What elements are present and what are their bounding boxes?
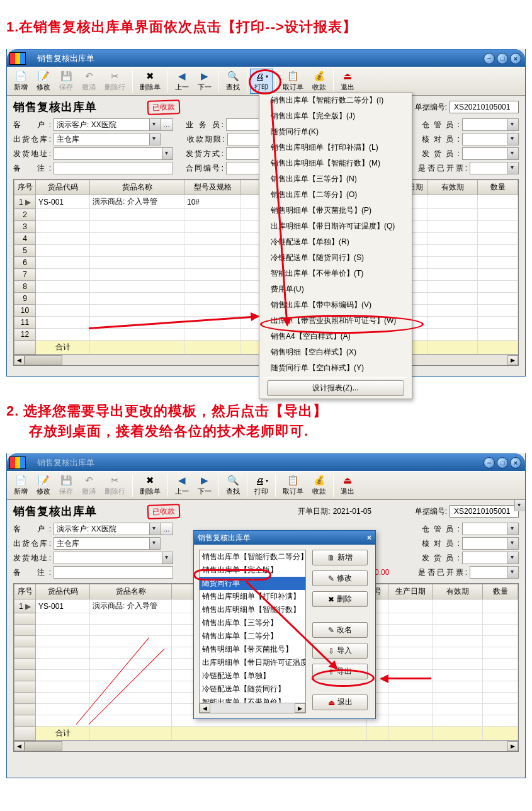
close-button[interactable]: × (510, 53, 521, 64)
toolbar-prev[interactable]: ◀上一 (171, 473, 193, 498)
shipper-dropdown[interactable] (462, 147, 519, 160)
template-list-item[interactable]: 冷链配送单【单独】 (200, 669, 305, 683)
col-spec[interactable]: 型号及规格 (184, 180, 241, 195)
col-name[interactable]: 货品名称 (90, 584, 172, 599)
print-menu-item[interactable]: 冷链配送单【单独】(R) (259, 234, 412, 250)
toolbar-prev[interactable]: ◀上一 (171, 69, 193, 94)
shipaddr-dropdown[interactable] (54, 552, 173, 564)
template-listbox[interactable]: 销售出库单【智能行数二等分】销售出库单【完全版】随货同行单销售出库明细单【打印补… (199, 550, 306, 713)
scroll-right-icon[interactable]: ▶ (295, 703, 305, 713)
checker-dropdown[interactable] (462, 537, 519, 550)
maximize-button[interactable]: □ (497, 53, 508, 64)
listbox-h-scrollbar[interactable]: ◀ ▶ (200, 703, 305, 713)
toolbar-search[interactable]: 🔍查找 (222, 69, 244, 94)
template-list-item[interactable]: 销售出库单【智能行数二等分】 (200, 550, 305, 564)
print-menu-item[interactable]: 随货同行单【空白样式】(Y) (259, 360, 412, 376)
toolbar-print[interactable]: 🖨▾打印 (250, 473, 273, 498)
dialog-edit-button[interactable]: ✎修改 (312, 570, 368, 586)
toolbar-revoke[interactable]: 📋取订单 (278, 69, 308, 94)
col-qty[interactable]: 数量 (478, 180, 518, 195)
scroll-left-icon[interactable]: ◀ (200, 703, 210, 713)
design-report-button[interactable]: 设计报表(Z)... (267, 380, 404, 396)
dialog-new-button[interactable]: 🗎新增 (312, 550, 368, 565)
date-dropdown[interactable]: 2021-01-05 (333, 507, 396, 516)
toolbar-exit[interactable]: ⏏退出 (336, 473, 359, 498)
print-menu-item[interactable]: 销售出库单【智能行数二等分】(I) (259, 93, 412, 108)
print-menu-item[interactable]: 费用单(U) (259, 281, 412, 297)
col-prodate[interactable]: 生产日期 (388, 584, 433, 599)
invoiced-dropdown[interactable] (470, 566, 519, 579)
template-list-item[interactable]: 销售出库单【二等分】 (200, 630, 305, 643)
customer-dropdown[interactable]: 演示客户: XX医院 (54, 118, 161, 131)
shipper-dropdown[interactable] (462, 552, 519, 564)
col-exp[interactable]: 有效期 (433, 584, 483, 599)
dialog-close-button[interactable]: × (367, 533, 371, 542)
col-seq[interactable]: 序号 (14, 584, 36, 599)
minimize-button[interactable]: − (484, 53, 495, 64)
col-code[interactable]: 货品代码 (36, 584, 90, 599)
print-menu-item[interactable]: 销售出库单【三等分】(N) (259, 171, 412, 187)
remark-input[interactable] (54, 566, 173, 579)
template-list-item[interactable]: 销售出库明细单【智能行数】 (200, 603, 305, 616)
checker-dropdown[interactable] (462, 133, 519, 145)
print-menu-item[interactable]: 智能出库单【不带单价】(T) (259, 266, 412, 281)
scroll-left-icon[interactable]: ◀ (14, 741, 25, 751)
whkeeper-dropdown[interactable] (462, 118, 519, 131)
maximize-button[interactable]: □ (497, 457, 508, 468)
print-menu-item[interactable]: 销售出库明细单【打印补满】(L) (259, 140, 412, 156)
customer-dropdown[interactable]: 演示客户: XX医院 (54, 523, 161, 535)
scroll-right-icon[interactable]: ▶ (507, 355, 518, 365)
toolbar-receipt[interactable]: 💰收款 (308, 473, 331, 498)
h-scrollbar[interactable]: ◀ ▶ (13, 741, 519, 752)
lookup-button[interactable]: … (161, 523, 173, 535)
col-code[interactable]: 货品代码 (36, 180, 90, 195)
template-list-item[interactable]: 销售出库明细单【打印补满】 (200, 590, 305, 603)
shipaddr-dropdown[interactable] (54, 147, 173, 160)
dialog-export-button[interactable]: ⇧导出 (312, 664, 368, 679)
toolbar-search[interactable]: 🔍查找 (222, 473, 244, 498)
toolbar-delorder[interactable]: ✖删除单 (135, 473, 165, 498)
template-list-item[interactable]: 出库明细单【带日期许可证温度】 (200, 656, 305, 669)
template-list-item[interactable]: 销售明细单【带灭菌批号】 (200, 643, 305, 656)
toolbar-next[interactable]: ▶下一 (193, 473, 216, 498)
toolbar-delorder[interactable]: ✖删除单 (135, 69, 165, 94)
toolbar-new[interactable]: 📄新增 (9, 69, 32, 94)
toolbar-edit[interactable]: 📝修改 (32, 69, 55, 94)
toolbar-edit[interactable]: 📝修改 (32, 473, 55, 498)
print-menu-item[interactable]: 销售出库明细单【智能行数】(M) (259, 156, 412, 171)
toolbar-next[interactable]: ▶下一 (193, 69, 216, 94)
print-menu-item[interactable]: 销售明细【空白样式】(X) (259, 344, 412, 360)
toolbar-print[interactable]: 🖨▾打印 (250, 69, 273, 94)
template-list-item[interactable]: 销售出库单【完全版】 (200, 564, 305, 577)
dialog-delete-button[interactable]: ✖删除 (312, 591, 368, 607)
remark-input[interactable] (54, 162, 173, 174)
depot-dropdown[interactable]: 主仓库 (54, 133, 161, 145)
col-seq[interactable]: 序号 (14, 180, 36, 195)
template-list-item[interactable]: 随货同行单 (200, 577, 305, 590)
print-menu-item[interactable]: 销售出库单【带中标编码】(V) (259, 297, 412, 313)
print-menu-item[interactable]: 随货同行单(K) (259, 124, 412, 140)
dialog-import-button[interactable]: ⇩导入 (312, 643, 368, 659)
print-menu-item[interactable]: 销售明细单【带灭菌批号】(P) (259, 203, 412, 218)
col-exp[interactable]: 有效期 (427, 180, 478, 195)
template-list-item[interactable]: 销售出库单【三等分】 (200, 616, 305, 630)
toolbar-revoke[interactable]: 📋取订单 (278, 473, 308, 498)
close-button[interactable]: × (510, 457, 521, 468)
scroll-right-icon[interactable]: ▶ (507, 741, 518, 751)
print-menu-item[interactable]: 销售出库单【二等分】(O) (259, 187, 412, 203)
print-menu-item[interactable]: 冷链配送单【随货同行】(S) (259, 250, 412, 266)
col-qty[interactable]: 数量 (483, 584, 518, 599)
dialog-rename-button[interactable]: ✎改名 (312, 622, 368, 638)
print-menu-item[interactable]: 出库明细单【带日期许可证温度】(Q) (259, 218, 412, 234)
scroll-left-icon[interactable]: ◀ (14, 355, 25, 365)
depot-dropdown[interactable]: 主仓库 (54, 537, 161, 550)
minimize-button[interactable]: − (484, 457, 495, 468)
toolbar-new[interactable]: 📄新增 (9, 473, 32, 498)
template-list-item[interactable]: 冷链配送单【随货同行】 (200, 683, 305, 696)
lookup-button[interactable]: … (161, 118, 173, 131)
print-menu-item[interactable]: 销售出库单【完全版】(J) (259, 108, 412, 124)
toolbar-receipt[interactable]: 💰收款 (308, 69, 331, 94)
whkeeper-dropdown[interactable] (462, 523, 519, 535)
print-menu-item[interactable]: 销售A4【空白样式】(A) (259, 329, 412, 344)
col-name[interactable]: 货品名称 (90, 180, 184, 195)
